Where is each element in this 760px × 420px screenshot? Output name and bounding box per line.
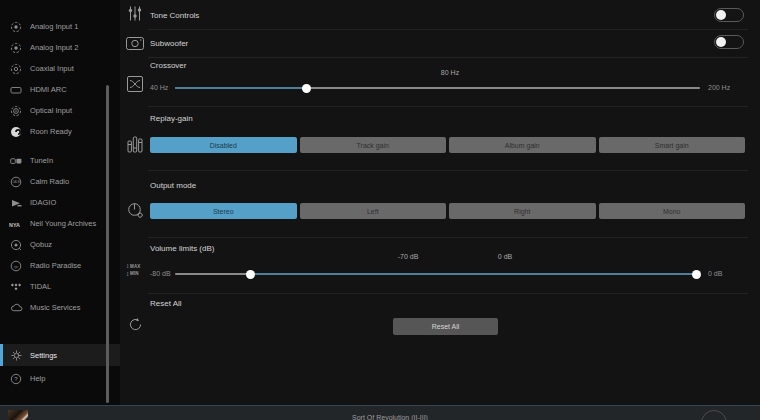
sidebar-item-calm-radio[interactable]: CALM Calm Radio (0, 171, 120, 192)
sidebar-item-label: Coaxial Input (30, 64, 74, 73)
volume-range-min-label: -80 dB (150, 270, 171, 277)
svg-text:rp: rp (14, 263, 18, 268)
output-mode-knob-icon (126, 202, 144, 219)
calm-radio-logo-icon: CALM (9, 175, 23, 189)
subwoofer-speaker-icon (126, 37, 144, 50)
sidebar-item-settings[interactable]: Settings (0, 344, 120, 366)
reset-all-label: Reset All (150, 299, 182, 308)
svg-text:?: ? (14, 376, 18, 382)
crossover-slider-thumb[interactable] (302, 84, 311, 93)
sidebar-item-label: Radio Paradise (30, 261, 81, 270)
output-mode-label: Output mode (150, 181, 196, 190)
sidebar-item-qobuz[interactable]: Qobuz (0, 234, 120, 255)
volume-limits-low-thumb[interactable] (246, 270, 255, 279)
sidebar-item-music-services[interactable]: Music Services (0, 297, 120, 318)
sidebar-item-label: Music Services (30, 303, 80, 312)
min-icon-text: MIN (130, 271, 139, 276)
sidebar-item-label: Calm Radio (30, 177, 69, 186)
sidebar-item-analog-input-2[interactable]: Analog Input 2 (0, 37, 120, 58)
tone-sliders-icon (126, 5, 144, 22)
sidebar-item-help[interactable]: ? Help (0, 368, 120, 389)
roon-logo-icon (9, 125, 23, 139)
output-mode-option-mono[interactable]: Mono (599, 203, 746, 219)
sidebar: Analog Input 1 Analog Input 2 Coaxial In… (0, 0, 120, 405)
volume-limits-minmax-icon: ↕MAX ↕MIN (126, 263, 144, 277)
sidebar-item-radio-paradise[interactable]: rp Radio Paradise (0, 255, 120, 276)
sidebar-item-label: TuneIn (30, 156, 53, 165)
output-mode-option-left[interactable]: Left (300, 203, 447, 219)
volume-limits-label: Volume limits (dB) (150, 244, 214, 253)
sidebar-item-label: HDMI ARC (30, 85, 67, 94)
sidebar-item-label: Settings (30, 351, 57, 360)
sidebar-item-tunein[interactable]: TuneIn (0, 150, 120, 171)
radio-paradise-logo-icon: rp (9, 259, 23, 273)
tidal-logo-icon (9, 280, 23, 294)
output-mode-segmented-control: Stereo Left Right Mono (150, 203, 745, 219)
sidebar-item-optical-input[interactable]: Optical Input (0, 100, 120, 121)
sidebar-item-hdmi-arc[interactable]: HDMI ARC (0, 79, 120, 100)
crossover-min-label: 40 Hz (150, 84, 168, 91)
sidebar-item-idagio[interactable]: IDAGIO (0, 192, 120, 213)
replay-gain-bars-icon (126, 136, 144, 153)
sidebar-item-label: TIDAL (30, 282, 51, 291)
sidebar-item-label: Roon Ready (30, 127, 72, 136)
crossover-filter-icon (126, 76, 144, 92)
sidebar-item-analog-input-1[interactable]: Analog Input 1 (0, 16, 120, 37)
sidebar-item-label: Optical Input (30, 106, 72, 115)
svg-text:CALM: CALM (12, 180, 19, 184)
subwoofer-label: Subwoofer (150, 39, 188, 48)
volume-limits-slider-fill (250, 273, 696, 275)
tunein-logo-icon (9, 154, 23, 168)
volume-limits-slider-track[interactable] (175, 273, 700, 275)
album-art[interactable] (8, 410, 28, 420)
sidebar-scrollbar[interactable] (106, 85, 109, 403)
output-mode-option-stereo[interactable]: Stereo (150, 203, 297, 219)
play-pause-button[interactable] (701, 410, 727, 420)
section-divider (148, 170, 748, 171)
replay-gain-label: Replay-gain (150, 114, 193, 123)
replay-gain-option-smart-gain[interactable]: Smart gain (599, 137, 746, 153)
volume-limits-high-thumb[interactable] (692, 270, 701, 279)
volume-limit-max-value: 0 dB (480, 253, 530, 260)
volume-range-max-label: 0 dB (708, 270, 722, 277)
sidebar-item-label: IDAGIO (30, 198, 56, 207)
subwoofer-toggle[interactable] (714, 35, 744, 49)
sidebar-item-coaxial-input[interactable]: Coaxial Input (0, 58, 120, 79)
replay-gain-option-album-gain[interactable]: Album gain (449, 137, 596, 153)
toggle-knob (716, 37, 726, 47)
sidebar-item-tidal[interactable]: TIDAL (0, 276, 120, 297)
reset-circular-arrow-icon (126, 317, 144, 332)
rca-jack-icon (9, 20, 23, 34)
sidebar-item-label: Analog Input 1 (30, 22, 78, 31)
qobuz-logo-icon (9, 238, 23, 252)
tone-controls-toggle[interactable] (714, 8, 744, 22)
replay-gain-option-disabled[interactable]: Disabled (150, 137, 297, 153)
music-services-cloud-icon (9, 301, 23, 315)
crossover-label: Crossover (150, 61, 186, 70)
output-mode-option-right[interactable]: Right (449, 203, 596, 219)
section-divider (148, 237, 748, 238)
section-divider (148, 106, 748, 107)
hdmi-port-icon (9, 83, 23, 97)
sidebar-item-neil-young-archives[interactable]: NYA Neil Young Archives (0, 213, 120, 234)
updown-arrow-icon: ↕ (126, 271, 129, 278)
section-divider (148, 293, 748, 294)
track-title: Sort Of Revolution (II-III) (300, 414, 480, 420)
max-icon-text: MAX (130, 264, 141, 269)
updown-arrow-icon: ↕ (126, 263, 129, 270)
svg-text:NYA: NYA (9, 221, 20, 227)
volume-limit-min-value: -70 dB (380, 253, 436, 260)
reset-all-button[interactable]: Reset All (393, 318, 498, 335)
crossover-slider-track[interactable] (175, 87, 700, 89)
sidebar-item-roon-ready[interactable]: Roon Ready (0, 121, 120, 142)
sidebar-item-label: Qobuz (30, 240, 52, 249)
section-divider (148, 57, 748, 58)
nya-logo-icon: NYA (9, 217, 23, 231)
gear-icon (9, 348, 23, 362)
tone-controls-label: Tone Controls (150, 11, 199, 20)
help-question-icon: ? (9, 372, 23, 386)
device-settings-app: Analog Input 1 Analog Input 2 Coaxial In… (0, 0, 760, 420)
sidebar-item-label: Help (30, 374, 45, 383)
replay-gain-option-track-gain[interactable]: Track gain (300, 137, 447, 153)
sidebar-item-label: Neil Young Archives (30, 219, 96, 228)
